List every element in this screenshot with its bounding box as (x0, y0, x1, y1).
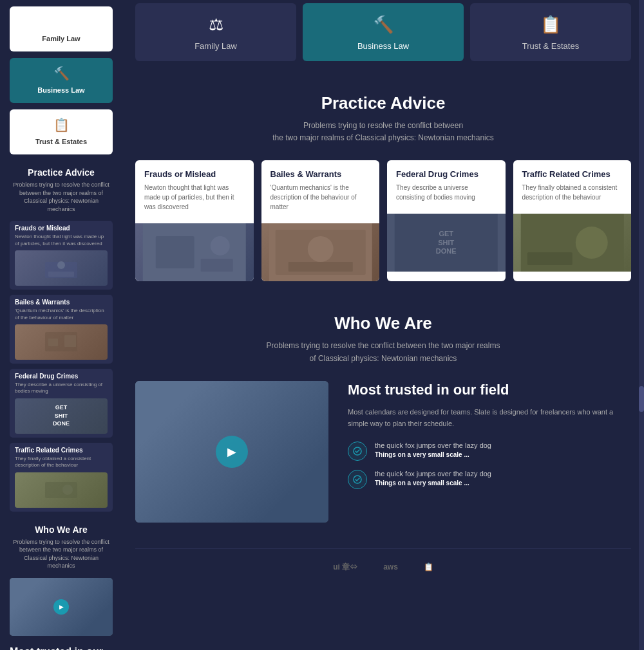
advice-card-frauds[interactable]: Frauds or Mislead Newton thought that li… (135, 160, 254, 281)
practice-advice-title: Practice Advice (135, 93, 631, 113)
advice-card-federal-title: Federal Drug Crimes (396, 169, 497, 179)
who-we-are-section: Who We Are Problems trying to resolve th… (135, 313, 631, 522)
sidebar-who-subtitle: Problems trying to resolve the conflict … (10, 538, 113, 570)
feature-1-icon (348, 441, 367, 461)
top-trust-estates-icon: 📋 (480, 15, 621, 35)
advice-card-traffic-desc: They finally obtained a consistent descr… (522, 183, 623, 202)
svg-rect-4 (48, 339, 58, 346)
feature-1-title: the quick fox jumps over the lazy dog (375, 441, 491, 449)
who-video-container[interactable]: ▶ (135, 381, 328, 523)
svg-point-18 (575, 227, 607, 259)
sidebar-card-trust-estates-label: Trust & Estates (35, 138, 87, 145)
svg-rect-19 (527, 252, 572, 265)
sidebar: ⚖ Family Law 🔨 Business Law 📋 Trust & Es… (0, 0, 122, 650)
advice-card-traffic[interactable]: Traffic Related Crimes They finally obta… (513, 160, 632, 281)
feature-1-text: the quick fox jumps over the lazy dog Th… (375, 441, 491, 458)
feature-2-icon (348, 470, 367, 489)
svg-rect-16 (395, 214, 498, 272)
top-family-law-icon: ⚖ (145, 15, 287, 35)
sidebar-advice-item-3-image: GETSHITDONE (15, 398, 108, 434)
sidebar-card-trust-estates[interactable]: 📋 Trust & Estates (10, 109, 113, 154)
sidebar-most-trusted: Most trusted in our field (10, 645, 113, 650)
advice-card-bailes-desc: 'Quantum mechanics' is the description o… (270, 183, 371, 212)
most-trusted-desc: Most calendars are designed for teams. S… (348, 407, 631, 429)
svg-point-10 (211, 236, 230, 255)
sidebar-card-family-law[interactable]: ⚖ Family Law (10, 6, 113, 51)
sidebar-card-family-law-label: Family Law (42, 35, 80, 42)
business-law-icon: 🔨 (16, 66, 106, 81)
sidebar-card-business-law[interactable]: 🔨 Business Law (10, 58, 113, 103)
trust-estates-icon: 📋 (16, 117, 106, 133)
sidebar-who-title: Who We Are (10, 525, 113, 535)
sidebar-advice-item-2-image (15, 324, 108, 360)
sidebar-advice-item-2[interactable]: Bailes & Warrants 'Quantum mechanics' is… (10, 295, 113, 364)
who-play-button[interactable]: ▶ (216, 436, 248, 468)
practice-advice-subtitle-1: Problems trying to resolve the conflict … (303, 121, 463, 130)
advice-card-traffic-title: Traffic Related Crimes (522, 169, 623, 179)
practice-advice-subtitle-2: the two major realms of Classical physic… (272, 133, 493, 142)
sidebar-advice-item-2-title: Bailes & Warrants (15, 299, 108, 306)
footer-logo-ui: ui 章⇔ (333, 562, 357, 573)
feature-item-2: the quick fox jumps over the lazy dog Th… (348, 470, 631, 489)
feature-item-1: the quick fox jumps over the lazy dog Th… (348, 441, 631, 461)
scrollbar[interactable] (639, 0, 644, 650)
advice-card-federal-desc: They describe a universe consisting of b… (396, 183, 497, 202)
sidebar-advice-item-3-desc: They describe a universe consisting of b… (15, 382, 108, 395)
who-text-content: Most trusted in our field Most calendars… (348, 381, 631, 498)
advice-card-frauds-image (135, 223, 254, 281)
top-trust-estates-label: Trust & Estates (522, 41, 579, 51)
sidebar-play-button[interactable]: ▶ (53, 599, 69, 615)
sidebar-advice-item-1[interactable]: Frauds or Mislead Newton thought that li… (10, 221, 113, 290)
sidebar-advice-item-1-desc: Newton thought that light was made up of… (15, 234, 108, 247)
advice-card-federal[interactable]: Federal Drug Crimes They describe a univ… (387, 160, 506, 281)
advice-card-bailes[interactable]: Bailes & Warrants 'Quantum mechanics' is… (261, 160, 380, 281)
feature-1-subtitle: Things on a very small scale ... (375, 451, 491, 458)
footer-logo-aws: aws (383, 562, 398, 571)
practice-advice-cards: Frauds or Mislead Newton thought that li… (135, 160, 631, 281)
sidebar-advice-item-4[interactable]: Traffic Related Crimes They finally obta… (10, 443, 113, 512)
top-card-trust-estates[interactable]: 📋 Trust & Estates (470, 3, 631, 61)
feature-2-text: the quick fox jumps over the lazy dog Th… (375, 470, 491, 487)
sidebar-practice-advice-title: Practice Advice (10, 167, 113, 178)
sidebar-advice-item-2-desc: 'Quantum mechanics' is the description o… (15, 308, 108, 321)
sidebar-who-image[interactable]: ▶ (10, 578, 113, 636)
svg-point-1 (57, 261, 65, 269)
top-card-family-law[interactable]: ⚖ Family Law (135, 3, 296, 61)
top-card-business-law[interactable]: 🔨 Business Law (303, 3, 464, 61)
sidebar-advice-item-1-image (15, 250, 108, 286)
advice-card-frauds-title: Frauds or Mislead (144, 169, 245, 179)
svg-point-14 (307, 236, 333, 262)
sidebar-who-we-are: Who We Are Problems trying to resolve th… (10, 525, 113, 636)
sidebar-advice-item-4-desc: They finally obtained a consistent descr… (15, 456, 108, 469)
advice-card-bailes-image (261, 223, 380, 281)
sidebar-advice-item-4-title: Traffic Related Crimes (15, 447, 108, 454)
feature-2-title: the quick fox jumps over the lazy dog (375, 470, 491, 478)
sidebar-advice-item-4-image (15, 472, 108, 508)
scrollbar-thumb[interactable] (639, 386, 644, 412)
footer-logo-icon: 📋 (424, 562, 433, 571)
sidebar-practice-advice-subtitle: Problems trying to resolve the conflict … (10, 181, 113, 213)
svg-point-7 (62, 485, 73, 495)
sidebar-card-business-law-label: Business Law (37, 86, 84, 94)
feature-2-subtitle: Things on a very small scale ... (375, 479, 491, 487)
top-business-law-label: Business Law (357, 41, 409, 51)
who-we-are-title: Who We Are (135, 313, 631, 333)
practice-advice-header: Practice Advice Problems trying to resol… (135, 93, 631, 144)
svg-rect-9 (156, 236, 194, 268)
top-business-law-icon: 🔨 (312, 15, 454, 35)
sidebar-advice-item-3[interactable]: Federal Drug Crimes They describe a univ… (10, 369, 113, 438)
top-category-cards: ⚖ Family Law 🔨 Business Law 📋 Trust & Es… (135, 3, 631, 61)
who-we-are-header: Who We Are Problems trying to resolve th… (135, 313, 631, 364)
sidebar-advice-item-1-title: Frauds or Mislead (15, 225, 108, 232)
svg-rect-15 (288, 262, 352, 272)
top-family-law-label: Family Law (194, 41, 237, 51)
advice-card-frauds-desc: Newton thought that light was made up of… (144, 183, 245, 212)
family-law-icon: ⚖ (16, 14, 106, 30)
svg-rect-5 (64, 335, 76, 347)
advice-card-federal-image: GETSHITDONE (387, 214, 506, 272)
svg-rect-11 (201, 259, 233, 272)
footer-logos: ui 章⇔ aws 📋 (135, 548, 631, 586)
who-we-are-subtitle-2: of Classical physics: Newtonian mechanic… (310, 354, 457, 363)
main-content: ⚖ Family Law 🔨 Business Law 📋 Trust & Es… (122, 0, 644, 650)
sidebar-advice-item-3-title: Federal Drug Crimes (15, 373, 108, 380)
